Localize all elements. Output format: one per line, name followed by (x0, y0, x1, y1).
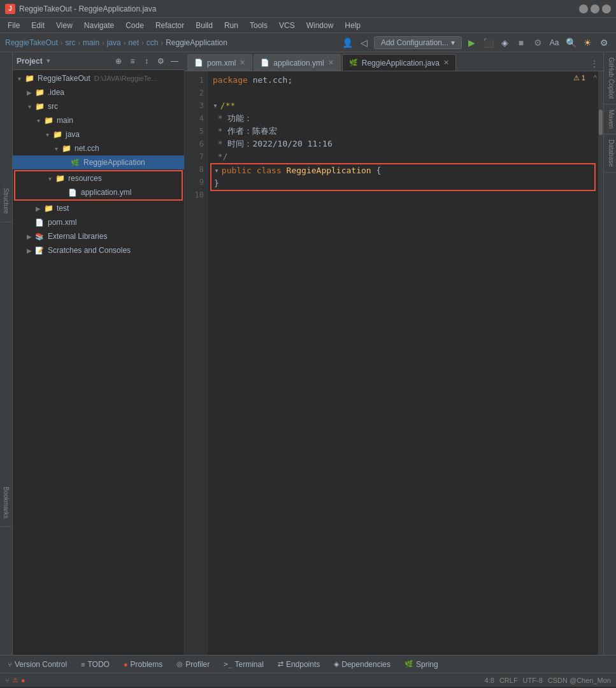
run-button[interactable]: ▶ (464, 36, 478, 50)
tab-reggieapplication[interactable]: 🌿 ReggieApplication.java ✕ (342, 54, 456, 71)
menu-build[interactable]: Build (190, 20, 218, 31)
fold-icon-3[interactable]: ▾ (213, 99, 218, 112)
code-editor[interactable]: package net.cch; ▾/** * 功能： * 作者：陈春宏 (208, 71, 598, 655)
dropdown-icon: ▾ (451, 38, 455, 47)
tree-label-pom: pom.xml (48, 218, 76, 227)
debug-button[interactable]: ⬛ (481, 36, 495, 50)
breadcrumb-reggietakeout[interactable]: ReggieTakeOut (5, 38, 58, 47)
fold-icon-8[interactable]: ▾ (214, 164, 219, 177)
translate-icon[interactable]: Aa (547, 36, 561, 50)
menu-vcs[interactable]: VCS (274, 20, 300, 31)
menu-window[interactable]: Window (301, 20, 339, 31)
code-line-5: * 作者：陈春宏 (213, 125, 593, 138)
settings-icon[interactable]: ⚙ (597, 36, 611, 50)
menu-run[interactable]: Run (219, 20, 243, 31)
menu-edit[interactable]: Edit (26, 20, 50, 31)
tab-java-close[interactable]: ✕ (443, 59, 449, 67)
menu-help[interactable]: Help (340, 20, 366, 31)
xml-icon: 📄 (34, 217, 45, 227)
code-line-4: * 功能： (213, 112, 593, 125)
title-bar: J ReggieTakeOut - ReggieApplication.java (0, 0, 616, 18)
database-tab[interactable]: Database (604, 134, 616, 173)
problems-tab[interactable]: ● Problems (120, 659, 166, 670)
run-manage-button[interactable]: ⚙ (531, 36, 545, 50)
arrow-net-cch: ▾ (52, 145, 60, 152)
tree-item-main[interactable]: ▾ 📁 main (13, 113, 184, 127)
tree-item-external-libs[interactable]: ▶ 📚 External Libraries (13, 229, 184, 243)
todo-icon: ≡ (81, 661, 85, 668)
menu-tools[interactable]: Tools (245, 20, 273, 31)
profile-run-button[interactable]: ◈ (498, 36, 512, 50)
profile-icon[interactable]: 👤 (341, 36, 355, 50)
tab-pom-icon: 📄 (194, 59, 203, 67)
tab-pom-close[interactable]: ✕ (240, 59, 245, 67)
tree-label-src: src (48, 102, 58, 111)
version-control-tab[interactable]: ⑂ Version Control (4, 659, 71, 670)
tab-more-button[interactable]: ⋮ (588, 57, 601, 71)
add-configuration-button[interactable]: Add Configuration... ▾ (374, 36, 462, 49)
endpoints-tab[interactable]: ⇄ Endpoints (274, 659, 324, 670)
menu-code[interactable]: Code (120, 20, 149, 31)
maximize-button[interactable] (591, 4, 599, 13)
project-header-icons: ⊕ ≡ ↕ ⚙ — (113, 55, 180, 67)
tab-yml-close[interactable]: ✕ (328, 59, 334, 67)
tree-item-java[interactable]: ▾ 📁 java (13, 127, 184, 141)
expand-icon[interactable]: ↕ (141, 55, 152, 67)
notifications-icon[interactable]: ☀ (580, 36, 594, 50)
tree-item-test[interactable]: ▶ 📁 test (13, 201, 184, 215)
project-title: Project (17, 57, 43, 66)
breadcrumb-cch[interactable]: cch (147, 38, 159, 47)
terminal-tab[interactable]: >_ Terminal (220, 659, 268, 670)
folder-icon-main: 📁 (43, 115, 54, 125)
dependencies-tab[interactable]: ◈ Dependencies (330, 659, 394, 670)
menu-navigate[interactable]: Navigate (79, 20, 119, 31)
scrollbar[interactable] (598, 71, 603, 655)
tree-item-reggieapplication[interactable]: 🌿 ReggieApplication (13, 155, 184, 169)
locate-icon[interactable]: ⊕ (113, 55, 124, 67)
code-line-1: package net.cch; (213, 74, 593, 87)
spring-tab[interactable]: 🌿 Spring (401, 659, 442, 670)
breadcrumb-main[interactable]: main (83, 38, 99, 47)
folder-icon-idea: 📁 (34, 87, 45, 97)
menu-refactor[interactable]: Refactor (150, 20, 189, 31)
tab-application-yml[interactable]: 📄 application.yml ✕ (254, 54, 340, 71)
problems-label: Problems (131, 660, 163, 669)
breadcrumb-class[interactable]: ReggieApplication (166, 38, 227, 47)
hide-panel-icon[interactable]: — (169, 55, 180, 67)
search-everywhere-icon[interactable]: 🔍 (564, 36, 578, 50)
tree-item-scratches[interactable]: ▶ 📝 Scratches and Consoles (13, 243, 184, 257)
code-line-9: } (214, 177, 592, 190)
menu-file[interactable]: File (3, 20, 25, 31)
tree-item-pom[interactable]: 📄 pom.xml (13, 215, 184, 229)
stop-button[interactable]: ■ (514, 36, 528, 50)
minimize-button[interactable] (579, 4, 588, 13)
arrow-idea: ▶ (25, 89, 33, 96)
tree-label-test: test (57, 204, 69, 213)
tree-item-net-cch[interactable]: ▾ 📁 net.cch (13, 141, 184, 155)
scroll-thumb[interactable] (599, 110, 603, 135)
bookmarks-tab[interactable]: Bookmarks (1, 479, 11, 527)
breadcrumb-net[interactable]: net (128, 38, 139, 47)
profiler-tab[interactable]: ◎ Profiler (173, 659, 213, 670)
back-button[interactable]: ◁ (357, 36, 371, 50)
tree-item-idea[interactable]: ▶ 📁 .idea (13, 85, 184, 99)
menu-view[interactable]: View (51, 20, 78, 31)
line-ending: CRLF (499, 677, 518, 684)
tree-item-resources[interactable]: ▾ 📁 resources (15, 171, 182, 185)
tree-item-src[interactable]: ▾ 📁 src (13, 99, 184, 113)
collapse-all-icon[interactable]: ≡ (127, 55, 138, 67)
close-button[interactable] (602, 4, 611, 13)
todo-tab[interactable]: ≡ TODO (77, 659, 113, 670)
breadcrumb-src[interactable]: src (65, 38, 75, 47)
tree-item-root[interactable]: ▾ 📁 ReggieTakeOut D:\JAVA\ReggieTe... (13, 71, 184, 85)
tree-item-application-yml[interactable]: 📄 application.yml (15, 185, 182, 199)
structure-tab[interactable]: Structure (1, 180, 11, 222)
github-copilot-tab[interactable]: GitHub Copilot (604, 52, 616, 104)
project-settings-icon[interactable]: ⚙ (155, 55, 166, 67)
maven-tab[interactable]: Maven (604, 104, 616, 134)
breadcrumb-java[interactable]: java (107, 38, 121, 47)
tab-pom[interactable]: 📄 pom.xml ✕ (187, 54, 252, 71)
editor-content: ⚠ 1 ^ 1 2 3 4 5 6 7 8 9 10 package net.c… (185, 71, 603, 655)
tree-label-java: java (66, 130, 80, 139)
nav-bar: ReggieTakeOut › src › main › java › net … (0, 33, 616, 52)
